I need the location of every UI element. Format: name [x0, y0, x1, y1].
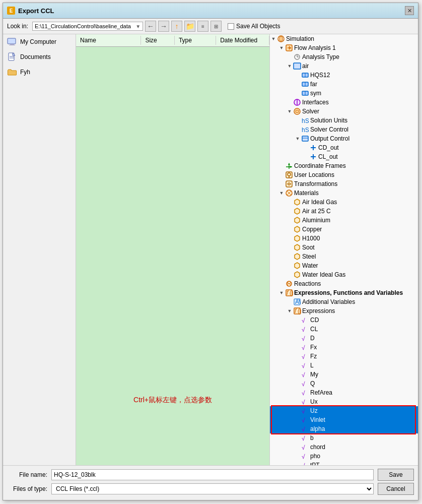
tree-icon-sqrt: √: [301, 352, 309, 360]
expand-btn[interactable]: ▼: [286, 62, 293, 70]
tree-node-cl-out[interactable]: CL_out: [270, 152, 418, 161]
expand-btn[interactable]: ▼: [294, 135, 301, 142]
tree-node-additional-vars[interactable]: AVAdditional Variables: [270, 297, 418, 306]
expand-btn[interactable]: ▼: [278, 190, 285, 197]
file-list-body[interactable]: Ctrl+鼠标左键，点选参数: [76, 47, 269, 465]
tree-node-vinlet[interactable]: √Vinlet: [270, 415, 418, 424]
tree-node-pho[interactable]: √pho: [270, 452, 418, 461]
expand-spacer: [302, 144, 309, 151]
sidebar-item-fyh[interactable]: Fyh: [3, 65, 76, 80]
tree-node-ux[interactable]: √Ux: [270, 397, 418, 406]
expand-spacer: [294, 425, 301, 432]
tree-node-refarea[interactable]: √RefArea: [270, 388, 418, 397]
tree-node-chord[interactable]: √chord: [270, 443, 418, 452]
tree-node-solver-control[interactable]: hSSolver Control: [270, 125, 418, 134]
tree-node-my[interactable]: √My: [270, 370, 418, 379]
tree-node-flow1[interactable]: ▼Flow Analysis 1: [270, 43, 418, 52]
tree-node-h1000[interactable]: H1000: [270, 234, 418, 243]
tree-label: Expressions, Functions and Variables: [294, 289, 403, 296]
tree-label: Fz: [310, 353, 317, 360]
tree-node-output-control[interactable]: ▼Output Control: [270, 134, 418, 143]
expand-btn[interactable]: ▼: [278, 44, 285, 51]
date-col-header: Date Modified: [216, 36, 269, 45]
tree-node-solution-units[interactable]: hSSolution Units: [270, 116, 418, 125]
sidebar-item-documents[interactable]: Documents: [3, 49, 76, 65]
tree-label: Ux: [310, 398, 318, 405]
view-details-btn[interactable]: ⊞: [210, 21, 222, 32]
tree-node-user-locations[interactable]: User Locations: [270, 170, 418, 179]
nav-up-btn[interactable]: ↑: [171, 21, 182, 32]
tree-panel[interactable]: ▼Simulation▼Flow Analysis 1 Analysis Typ…: [269, 34, 418, 465]
tree-icon-userloc: [285, 171, 293, 179]
tree-node-tpt[interactable]: √tPT: [270, 461, 418, 465]
title-bar: E Export CCL ✕: [3, 3, 418, 19]
tree-node-sym[interactable]: sym: [270, 89, 418, 98]
tree-node-expr-fn-vars[interactable]: ▼f()Expressions, Functions and Variables: [270, 288, 418, 297]
expand-spacer: [294, 371, 301, 378]
cancel-button[interactable]: Cancel: [378, 483, 414, 495]
tree-node-far[interactable]: far: [270, 80, 418, 89]
expand-btn[interactable]: ▼: [286, 307, 293, 314]
tree-node-hqs12[interactable]: HQS12: [270, 71, 418, 80]
tree-node-cl[interactable]: √CL: [270, 325, 418, 334]
tree-node-cd-out[interactable]: CD_out: [270, 143, 418, 152]
tree-icon-domain: [293, 62, 301, 70]
close-button[interactable]: ✕: [405, 6, 414, 15]
tree-icon-sqrt: √: [301, 407, 309, 415]
nav-back-btn[interactable]: ←: [145, 21, 156, 32]
tree-node-b[interactable]: √b: [270, 433, 418, 443]
save-all-checkbox[interactable]: [228, 23, 234, 30]
tree-node-uz[interactable]: √Uz: [270, 406, 418, 415]
tree-label: chord: [310, 444, 325, 451]
tree-node-air-ideal-gas[interactable]: Air Ideal Gas: [270, 198, 418, 207]
new-folder-btn[interactable]: 📁: [184, 21, 195, 32]
tree-node-transformations[interactable]: Transformations: [270, 179, 418, 188]
nav-forward-btn[interactable]: →: [158, 21, 169, 32]
tree-node-solver[interactable]: ▼Solver: [270, 107, 418, 116]
tree-node-air-25c[interactable]: Air at 25 C: [270, 207, 418, 216]
save-all-container: Save All Objects: [228, 23, 280, 30]
tree-node-interfaces[interactable]: Interfaces: [270, 98, 418, 107]
expand-spacer: [294, 90, 301, 97]
view-list-btn[interactable]: ≡: [197, 21, 208, 32]
tree-node-aluminium[interactable]: Aluminium: [270, 216, 418, 225]
tree-node-analysis-type[interactable]: Analysis Type: [270, 52, 418, 61]
sidebar-item-my-computer[interactable]: My Computer: [3, 34, 76, 49]
tree-node-simulation[interactable]: ▼Simulation: [270, 34, 418, 43]
tree-node-coord-frames[interactable]: Coordinate Frames: [270, 161, 418, 170]
save-button[interactable]: Save: [378, 469, 414, 481]
tree-node-l[interactable]: √L: [270, 361, 418, 370]
tree-icon-material: [293, 207, 301, 215]
tree-node-cd[interactable]: √CD: [270, 316, 418, 325]
tree-node-materials[interactable]: ▼Materials: [270, 188, 418, 198]
tree-node-soot[interactable]: Soot: [270, 243, 418, 252]
tree-node-expressions-group[interactable]: ▼f()Expressions: [270, 306, 418, 316]
tree-label: CL: [310, 326, 318, 333]
tree-node-water-ideal-gas[interactable]: Water Ideal Gas: [270, 270, 418, 279]
tree-label: Q: [310, 380, 315, 387]
filetype-select[interactable]: CCL Files (*.ccl): [51, 483, 374, 494]
tree-label: Transformations: [294, 180, 337, 187]
path-combo[interactable]: E:\11_CirculationControl\baseline_data ▼: [32, 22, 143, 31]
tree-label: Copper: [302, 226, 322, 233]
expand-spacer: [294, 72, 301, 79]
expand-btn[interactable]: ▼: [278, 289, 285, 296]
filename-input[interactable]: [51, 469, 374, 480]
svg-text:hS: hS: [302, 127, 309, 133]
expand-btn[interactable]: ▼: [286, 108, 293, 115]
svg-text:√: √: [302, 426, 305, 432]
tree-node-steel[interactable]: Steel: [270, 252, 418, 261]
svg-rect-37: [286, 181, 292, 187]
svg-text:hS: hS: [302, 117, 309, 124]
tree-node-fz[interactable]: √Fz: [270, 352, 418, 361]
tree-node-water[interactable]: Water: [270, 261, 418, 270]
expand-btn[interactable]: ▼: [270, 35, 277, 42]
tree-node-d[interactable]: √D: [270, 334, 418, 343]
expand-spacer: [278, 162, 285, 169]
tree-node-alpha[interactable]: √alpha: [270, 424, 418, 433]
tree-node-q[interactable]: √Q: [270, 379, 418, 388]
tree-node-copper[interactable]: Copper: [270, 225, 418, 234]
tree-node-reactions[interactable]: RReactions: [270, 279, 418, 288]
tree-node-air[interactable]: ▼air: [270, 61, 418, 71]
tree-node-fx[interactable]: √Fx: [270, 343, 418, 352]
